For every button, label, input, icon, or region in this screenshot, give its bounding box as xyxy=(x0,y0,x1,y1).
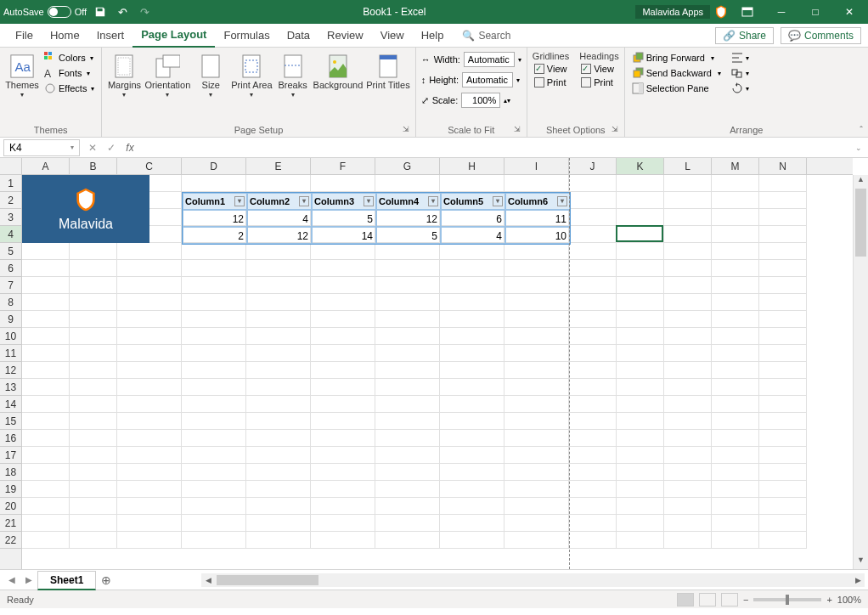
cell[interactable] xyxy=(712,362,759,379)
cell[interactable] xyxy=(246,345,311,362)
cell[interactable] xyxy=(311,345,375,362)
zoom-in-icon[interactable]: + xyxy=(826,595,831,605)
cell[interactable] xyxy=(246,379,311,396)
cell[interactable] xyxy=(117,379,182,396)
cell[interactable] xyxy=(759,294,807,311)
cell[interactable] xyxy=(70,260,117,277)
cell[interactable] xyxy=(311,430,375,447)
cell[interactable] xyxy=(712,345,759,362)
cell[interactable] xyxy=(22,328,70,345)
cell[interactable] xyxy=(569,328,617,345)
cell[interactable] xyxy=(504,345,569,362)
cell[interactable] xyxy=(504,532,569,549)
cell[interactable] xyxy=(712,311,759,328)
zoom-out-icon[interactable]: − xyxy=(743,595,748,605)
cell[interactable] xyxy=(712,481,759,498)
tab-review[interactable]: Review xyxy=(318,24,372,47)
cell[interactable] xyxy=(504,379,569,396)
filter-dropdown-icon[interactable]: ▾ xyxy=(364,196,374,206)
cell[interactable] xyxy=(759,532,807,549)
cell[interactable] xyxy=(117,532,182,549)
row-header[interactable]: 6 xyxy=(0,260,21,277)
row-header[interactable]: 14 xyxy=(0,396,21,413)
cell[interactable] xyxy=(375,175,440,192)
row-headers[interactable]: 12345678910111213141516171819202122 xyxy=(0,175,22,569)
cell[interactable] xyxy=(759,447,807,464)
cell[interactable] xyxy=(117,277,182,294)
row-header[interactable]: 1 xyxy=(0,175,21,192)
cell[interactable] xyxy=(22,294,70,311)
cell[interactable] xyxy=(311,311,375,328)
tab-file[interactable]: File xyxy=(7,24,42,47)
cell[interactable] xyxy=(246,447,311,464)
cell[interactable] xyxy=(504,328,569,345)
cell[interactable] xyxy=(440,328,504,345)
row-header[interactable]: 10 xyxy=(0,328,21,345)
enter-formula-icon[interactable]: ✓ xyxy=(102,138,121,157)
name-box[interactable]: K4▾ xyxy=(3,139,80,156)
cell[interactable] xyxy=(617,226,664,243)
cell[interactable] xyxy=(504,481,569,498)
filter-dropdown-icon[interactable]: ▾ xyxy=(428,196,438,206)
cell[interactable] xyxy=(70,379,117,396)
column-header[interactable]: J xyxy=(569,158,617,174)
scroll-up-icon[interactable]: ▲ xyxy=(854,175,868,189)
table-cell[interactable]: 12 xyxy=(247,227,312,244)
row-header[interactable]: 4 xyxy=(0,226,21,243)
cell[interactable] xyxy=(22,413,70,430)
column-header[interactable]: C xyxy=(117,158,182,174)
cell[interactable] xyxy=(504,515,569,532)
cell[interactable] xyxy=(759,515,807,532)
cell[interactable] xyxy=(22,277,70,294)
cell[interactable] xyxy=(246,260,311,277)
normal-view-icon[interactable] xyxy=(677,593,694,607)
tab-data[interactable]: Data xyxy=(279,24,318,47)
gridlines-view-checkbox[interactable]: View xyxy=(533,63,569,75)
cell[interactable] xyxy=(22,362,70,379)
print-titles-button[interactable]: Print Titles xyxy=(366,51,409,91)
cell[interactable] xyxy=(440,498,504,515)
cell[interactable] xyxy=(70,481,117,498)
cell[interactable] xyxy=(182,396,246,413)
cell[interactable] xyxy=(617,311,664,328)
share-button[interactable]: 🔗 Share xyxy=(715,27,774,44)
cell[interactable] xyxy=(375,515,440,532)
cell[interactable] xyxy=(70,498,117,515)
cell[interactable] xyxy=(569,209,617,226)
cell[interactable] xyxy=(246,430,311,447)
cell[interactable] xyxy=(182,430,246,447)
cell[interactable] xyxy=(117,498,182,515)
cell[interactable] xyxy=(22,379,70,396)
cell[interactable] xyxy=(712,447,759,464)
cell[interactable] xyxy=(311,498,375,515)
cell[interactable] xyxy=(712,277,759,294)
dialog-launcher-icon[interactable]: ⇲ xyxy=(612,125,622,135)
cell[interactable] xyxy=(375,243,440,260)
cell[interactable] xyxy=(759,311,807,328)
cell[interactable] xyxy=(311,328,375,345)
cell[interactable] xyxy=(311,464,375,481)
cell[interactable] xyxy=(664,498,712,515)
table-header[interactable]: Column2▾ xyxy=(247,193,312,210)
redo-icon[interactable]: ↷ xyxy=(136,3,153,20)
filter-dropdown-icon[interactable]: ▾ xyxy=(557,196,567,206)
table-cell[interactable]: 12 xyxy=(376,210,441,227)
cell[interactable] xyxy=(375,481,440,498)
next-sheet-icon[interactable]: ▶ xyxy=(20,575,37,584)
cell[interactable] xyxy=(759,396,807,413)
cell[interactable] xyxy=(664,328,712,345)
cell[interactable] xyxy=(375,328,440,345)
cell[interactable] xyxy=(712,294,759,311)
cell[interactable] xyxy=(664,260,712,277)
table-cell[interactable]: 6 xyxy=(441,210,505,227)
cell[interactable] xyxy=(117,243,182,260)
table-header[interactable]: Column3▾ xyxy=(312,193,376,210)
cell[interactable] xyxy=(440,430,504,447)
cell[interactable] xyxy=(117,328,182,345)
cell[interactable] xyxy=(440,464,504,481)
table-header[interactable]: Column6▾ xyxy=(505,193,570,210)
filter-dropdown-icon[interactable]: ▾ xyxy=(493,196,503,206)
table-cell[interactable]: 2 xyxy=(183,227,247,244)
cell[interactable] xyxy=(664,209,712,226)
cell[interactable] xyxy=(759,430,807,447)
